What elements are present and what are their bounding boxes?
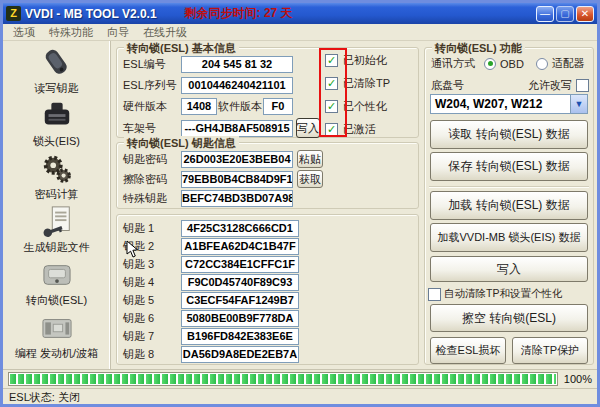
esl-keys-group: 钥匙 1 4F25C3128C666CD1 钥匙 2 A1BFEA62D4C1B… (116, 214, 419, 365)
read-esl-data-button[interactable]: 读取 转向锁(ESL) 数据 (430, 120, 588, 149)
sidebar-item-label: 密码计算 (35, 187, 79, 202)
app-window: Z VVDI - MB TOOL V2.0.1 剩余同步时间: 27 天 — ▢… (0, 0, 600, 407)
group-title: 转向锁(ESL) 基本信息 (124, 41, 239, 56)
sidebar-item-program-engine-gearbox[interactable]: 编程 发动机/波箱 (3, 309, 110, 362)
erase-password-label: 擦除密码 (123, 172, 181, 187)
chevron-down-icon[interactable]: ▼ (570, 95, 587, 113)
main-content: 读写钥匙 锁头(EIS) (3, 41, 597, 369)
maximize-button[interactable]: ▢ (556, 6, 574, 22)
hw-version-field[interactable]: 1408 (181, 98, 217, 115)
progress-row: 100% (3, 369, 597, 388)
key8-label: 钥匙 8 (123, 347, 181, 362)
key5-field[interactable]: C3ECF54FAF1249B7 (181, 292, 299, 309)
sidebar-item-read-write-key[interactable]: 读写钥匙 (3, 44, 110, 97)
sidebar-item-label: 编程 发动机/波箱 (15, 346, 98, 361)
allow-rewrite-label: 允许改写 (528, 78, 572, 93)
auto-clear-tp-checkbox[interactable]: ✓ (428, 288, 441, 301)
esl-status-text: ESL状态: 关闭 (9, 390, 80, 405)
esl-functions-group: 转向锁(ESL) 功能 通讯方式 OBD 适配器 底盘号 允许改写 ✓ W204… (424, 47, 594, 365)
write-button[interactable]: 写入 (430, 256, 588, 282)
close-button[interactable]: ✕ (576, 6, 594, 22)
auto-clear-tp-label: 自动清除TP和设置个性化 (444, 287, 562, 301)
sync-time-remaining: 剩余同步时间: 27 天 (185, 5, 293, 22)
gears-icon (40, 151, 74, 187)
sidebar-item-label: 读写钥匙 (35, 81, 79, 96)
sw-version-field[interactable]: F0 (263, 98, 293, 115)
key-file-icon (40, 204, 74, 240)
esl-number-field[interactable]: 204 545 81 32 (181, 56, 293, 73)
menu-online-upgrade[interactable]: 在线升级 (137, 24, 193, 41)
obd-radio[interactable] (484, 58, 496, 70)
chassis-dropdown-value: W204, W207, W212 (431, 97, 570, 111)
load-eis-data-button[interactable]: 加载VVDI-MB 锁头(EIS) 数据 (430, 223, 588, 252)
comm-mode-label: 通讯方式 (431, 56, 475, 71)
obd-connector-icon (40, 98, 74, 134)
key2-field[interactable]: A1BFEA62D4C1B47F (181, 238, 299, 255)
progress-percent: 100% (558, 373, 592, 385)
check-esl-damage-button[interactable]: 检查ESL损坏 (430, 337, 506, 364)
red-highlight-annotation (319, 48, 347, 137)
key6-label: 钥匙 6 (123, 311, 181, 326)
special-key-label: 特殊钥匙 (123, 191, 181, 206)
ecu-icon (40, 310, 74, 346)
separator (429, 186, 589, 188)
esl-basic-info-group: 转向锁(ESL) 基本信息 ESL编号 204 545 81 32 ESL序列号… (116, 47, 419, 138)
save-esl-data-button[interactable]: 保存 转向锁(ESL) 数据 (430, 152, 588, 181)
sidebar-item-label: 转向锁(ESL) (26, 293, 87, 308)
esl-number-label: ESL编号 (123, 57, 181, 72)
tp-cleared-label: 已清除TP (343, 76, 390, 91)
key4-field[interactable]: F9C0D45740F89C93 (181, 274, 299, 291)
key-password-field[interactable]: 26D003E20E3BEB04 (181, 151, 293, 168)
group-title: 转向锁(ESL) 功能 (432, 41, 525, 56)
sidebar-item-eis-lock[interactable]: 锁头(EIS) (3, 97, 110, 150)
sidebar-item-generate-key-file[interactable]: 生成钥匙文件 (3, 203, 110, 256)
menu-bar: 选项 特殊功能 向导 在线升级 (3, 24, 597, 41)
key-password-label: 钥匙密码 (123, 152, 181, 167)
get-button[interactable]: 获取 (297, 170, 323, 188)
key1-field[interactable]: 4F25C3128C666CD1 (181, 220, 299, 237)
sidebar: 读写钥匙 锁头(EIS) (3, 41, 111, 369)
special-key-field[interactable]: BEFC74BD3BD07A98 (181, 190, 293, 207)
mouse-cursor (126, 240, 139, 261)
vin-label: 车架号 (123, 121, 181, 136)
key7-field[interactable]: B196FD842E383E6E (181, 328, 299, 345)
key7-label: 钥匙 7 (123, 329, 181, 344)
sidebar-item-password-calc[interactable]: 密码计算 (3, 150, 110, 203)
key3-field[interactable]: C72CC384E1CFFC1F (181, 256, 299, 273)
key6-field[interactable]: 5080BE00B9F778DA (181, 310, 299, 327)
key8-field[interactable]: DA56D9A8EDE2EB7A (181, 346, 299, 363)
adapter-radio[interactable] (536, 58, 548, 70)
load-esl-data-button[interactable]: 加载 转向锁(ESL) 数据 (430, 191, 588, 220)
erase-esl-button[interactable]: 擦空 转向锁(ESL) (430, 304, 588, 332)
sidebar-item-label: 锁头(EIS) (33, 134, 80, 149)
menu-special-functions[interactable]: 特殊功能 (43, 24, 99, 41)
clear-tp-protection-button[interactable]: 清除TP保护 (512, 337, 588, 364)
title-bar: Z VVDI - MB TOOL V2.0.1 剩余同步时间: 27 天 — ▢… (3, 3, 597, 24)
write-vin-button[interactable]: 写入 (296, 118, 320, 138)
app-logo-icon: Z (6, 6, 21, 21)
minimize-button[interactable]: — (536, 6, 554, 22)
esl-key-info-group: 转向锁(ESL) 钥匙信息 钥匙密码 26D003E20E3BEB04 粘贴 擦… (116, 142, 419, 209)
sidebar-item-label: 生成钥匙文件 (24, 240, 90, 255)
esl-serial-label: ESL序列号 (123, 78, 181, 93)
esl-serial-field[interactable]: 0010446240421101 (181, 77, 293, 94)
vin-field[interactable]: ---GH4JB8AF508915 (181, 120, 293, 137)
key1-label: 钥匙 1 (123, 221, 181, 236)
adapter-radio-label: 适配器 (552, 56, 585, 71)
personalized-label: 已个性化 (343, 99, 387, 114)
status-bar: ESL状态: 关闭 (3, 388, 597, 405)
window-title: VVDI - MB TOOL V2.0.1 (25, 7, 157, 21)
sidebar-item-esl-lock[interactable]: 转向锁(ESL) (3, 256, 110, 309)
chassis-label: 底盘号 (431, 78, 464, 93)
activated-label: 已激活 (343, 122, 376, 137)
esl-module-icon (40, 257, 74, 293)
menu-options[interactable]: 选项 (7, 24, 41, 41)
chassis-dropdown[interactable]: W204, W207, W212 ▼ (430, 94, 588, 114)
erase-password-field[interactable]: 79EBB0B4CB84D9F1 (181, 171, 293, 188)
progress-bar (8, 372, 558, 386)
key4-label: 钥匙 4 (123, 275, 181, 290)
paste-button[interactable]: 粘贴 (297, 150, 323, 168)
allow-rewrite-checkbox[interactable]: ✓ (576, 79, 589, 92)
initialized-label: 已初始化 (343, 53, 387, 68)
menu-wizard[interactable]: 向导 (101, 24, 135, 41)
